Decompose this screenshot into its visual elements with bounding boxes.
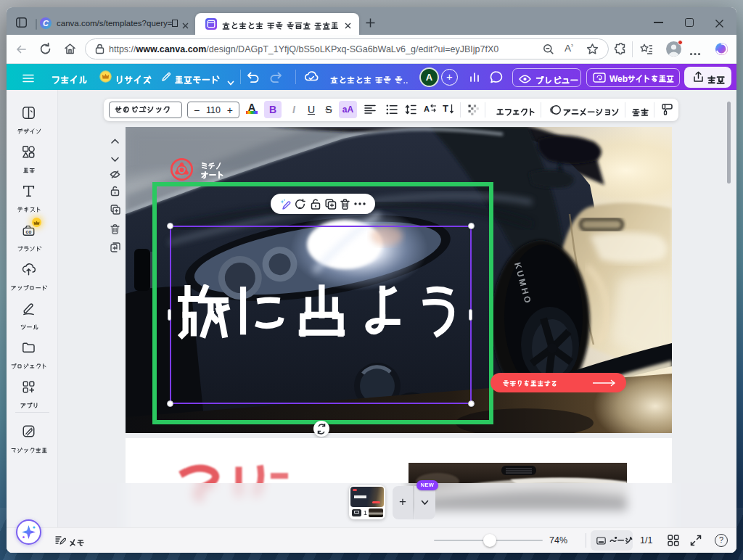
svg-text:A: A (424, 104, 430, 113)
svg-text:co: co (25, 229, 31, 234)
svg-text:T: T (443, 103, 448, 114)
